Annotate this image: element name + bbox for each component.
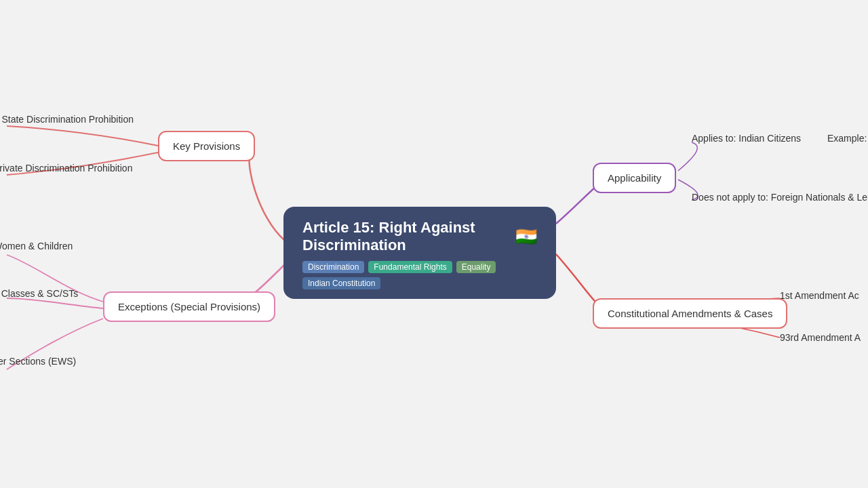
tag-discrimination[interactable]: Discrimination [302, 261, 364, 273]
applicability-label: Applicability [608, 172, 661, 184]
tag-indian-constitution[interactable]: Indian Constitution [302, 277, 380, 289]
tag-fundamental-rights[interactable]: Fundamental Rights [368, 261, 452, 273]
constitutional-amendments-node[interactable]: Constitutional Amendments & Cases [593, 298, 787, 329]
exceptions-node[interactable]: Exceptions (Special Provisions) [103, 291, 275, 322]
weaker-sections-node: ker Sections (EWS) [0, 356, 76, 367]
private-discrimination-node: Private Discrimination Prohibition [0, 163, 132, 174]
ninety-third-amendment-node: 93rd Amendment A [780, 332, 861, 343]
central-title: Article 15: Right Against Discrimination… [302, 219, 537, 254]
applies-to-node: Applies to: Indian Citizens [692, 133, 801, 144]
exceptions-label: Exceptions (Special Provisions) [118, 301, 260, 312]
central-node[interactable]: Article 15: Right Against Discrimination… [283, 207, 556, 299]
tags-container: Discrimination Fundamental Rights Equali… [302, 261, 537, 289]
india-flag-icon: 🇮🇳 [515, 226, 537, 247]
does-not-apply-node: Does not apply to: Foreign Nationals & L… [692, 192, 868, 203]
first-amendment-node: 1st Amendment Ac [780, 290, 859, 301]
examples-node: Example: [827, 133, 867, 144]
applicability-node[interactable]: Applicability [593, 163, 676, 193]
women-children-node: Women & Children [0, 241, 73, 251]
constitutional-label: Constitutional Amendments & Cases [608, 308, 772, 319]
backward-classes-node: d Classes & SC/STs [0, 288, 78, 299]
key-provisions-label: Key Provisions [173, 140, 240, 152]
central-title-text: Article 15: Right Against Discrimination [302, 219, 509, 254]
tag-equality[interactable]: Equality [456, 261, 496, 273]
state-discrimination-node: ): State Discrimination Prohibition [0, 114, 134, 125]
key-provisions-node[interactable]: Key Provisions [158, 131, 255, 161]
